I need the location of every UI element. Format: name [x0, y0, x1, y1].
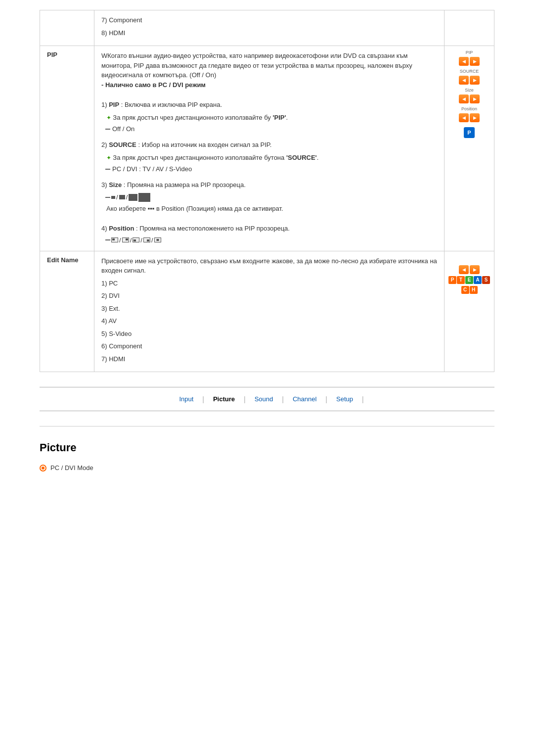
icon-cell-empty [445, 10, 494, 46]
pc-dvi-label: PC / DVI Mode [50, 464, 93, 472]
nav-picture[interactable]: Picture [204, 393, 244, 405]
label-cell-pip: PIP [40, 46, 94, 251]
green-arrow-1: ✦ [106, 114, 113, 121]
edit-name-item-5: 5) S-Video [101, 329, 437, 339]
pip-pc-dvi-note: - Налично само в PC / DVI режим [101, 81, 206, 89]
pc-dvi-item: PC / DVI Mode [40, 464, 494, 472]
green-arrow-2: ✦ [106, 154, 113, 161]
content-cell-pip: WКогато външни аудио-видео устройства, к… [94, 46, 445, 251]
edit-name-item-1: 1) PC [101, 279, 437, 288]
size-icon-group: Size ◀ ▶ [459, 88, 480, 103]
source-quote: 'SOURCE' [286, 154, 317, 161]
pip-right-btn[interactable]: ▶ [470, 57, 480, 66]
size-icon-sm [111, 196, 115, 199]
size-icon-md [119, 195, 125, 199]
pip-item-2-dash: PC / DVI : TV / AV / S-Video [105, 165, 437, 173]
position-left-btn[interactable]: ◀ [459, 113, 469, 122]
pos-tr [122, 237, 129, 242]
table-row-component-hdmi: 7) Component 8) HDMI [40, 10, 494, 46]
dash-line-4 [105, 239, 110, 240]
content-cell-edit-name: Присвоете име на устройството, свързано … [94, 251, 445, 372]
main-table: 7) Component 8) HDMI PIP WКогато външни … [40, 10, 494, 372]
edit-name-intro: Присвоете име на устройството, свързано … [101, 256, 437, 276]
position-right-btn[interactable]: ▶ [470, 113, 480, 122]
icon-cell-edit-name: ◀ ▶ P T E A S C H [445, 251, 494, 372]
pteas-a: A [474, 276, 482, 284]
nav-input[interactable]: Input [170, 393, 202, 405]
dash-line-3 [105, 197, 110, 198]
hdmi-line: 8) HDMI [101, 28, 437, 38]
pteas-t: T [457, 276, 465, 284]
pip-item-3: 3) Size : Промяна на размера на PIP проз… [101, 180, 437, 190]
pip-item-2-num: 2) [101, 141, 109, 148]
position-arrow-btns[interactable]: ◀ ▶ [459, 113, 480, 122]
pip-item-1-num: 1) [101, 101, 109, 108]
pip-item-1-sub: ✦ За пряк достъп чрез дистанционното изп… [106, 113, 437, 123]
pip-icon-group: PIP ◀ ▶ [459, 50, 480, 66]
size-icons-row: / / [105, 193, 437, 202]
size-sep-1: / [116, 193, 118, 201]
picture-section: Picture PC / DVI Mode [40, 441, 494, 472]
nav-sep-5: | [362, 395, 364, 403]
pip-item-3-note: Ако изберете ▪▪▪ в Position (Позиция) ня… [106, 204, 437, 214]
size-arrow-btns[interactable]: ◀ ▶ [459, 94, 480, 103]
component-line: 7) Component [101, 15, 437, 25]
position-icon-label: Position [461, 106, 477, 111]
radio-icon-pc-dvi[interactable] [40, 465, 46, 472]
pip-item-4: 4) Position : Промяна на местоположениет… [101, 224, 437, 234]
source-arrow-btns[interactable]: ◀ ▶ [459, 76, 480, 85]
edit-name-right-btn[interactable]: ▶ [470, 265, 480, 274]
pip-icons-container: PIP ◀ ▶ SOURCE ◀ ▶ [448, 50, 490, 138]
table-row-pip: PIP WКогато външни аудио-видео устройств… [40, 46, 494, 251]
position-icon-group: Position ◀ ▶ [459, 106, 480, 122]
ch-h: H [470, 286, 478, 294]
nav-sound[interactable]: Sound [246, 393, 282, 405]
pos-sep-4: / [151, 236, 153, 244]
pip-item-2: 2) SOURCE : Избор на източник на входен … [101, 140, 437, 150]
section-title-picture: Picture [40, 441, 494, 454]
pip-item-2-text: : Избор на източник на входен сигнал за … [136, 141, 272, 148]
dash-line-2 [105, 169, 110, 170]
pip-item-1-text: : Включва и изключва PIP екрана. [119, 101, 222, 108]
divider-line [40, 426, 494, 426]
edit-name-left-btn[interactable]: ◀ [459, 265, 469, 274]
pip-item-1-bold: PIP [109, 101, 119, 108]
size-right-btn[interactable]: ▶ [470, 94, 480, 103]
pos-br [143, 237, 150, 242]
nav-setup[interactable]: Setup [327, 393, 362, 405]
pip-item-4-num: 4) [101, 225, 109, 232]
pip-item-3-bold: Size [109, 181, 122, 189]
source-icon-label: SOURCE [460, 69, 479, 74]
size-icon-label: Size [465, 88, 474, 93]
nav-bar: Input | Picture | Sound | Channel | Setu… [40, 387, 494, 411]
nav-channel[interactable]: Channel [284, 393, 325, 405]
pteas-p: P [448, 276, 456, 284]
label-cell-edit-name: Edit Name [40, 251, 94, 372]
pip-item-2-sub: ✦ За пряк достъп чрез дистанционното изп… [106, 153, 437, 163]
pip-left-btn[interactable]: ◀ [459, 57, 469, 66]
size-sep-2: / [126, 193, 128, 201]
pos-icons-row: / / / / [105, 236, 437, 244]
pip-arrow-btns[interactable]: ◀ ▶ [459, 57, 480, 66]
p-button[interactable]: P [464, 127, 475, 138]
source-right-btn[interactable]: ▶ [470, 76, 480, 85]
pip-item-4-text: : Промяна на местоположението на PIP про… [134, 225, 289, 232]
size-icon-lg [129, 194, 137, 201]
size-left-btn[interactable]: ◀ [459, 94, 469, 103]
pip-item-3-num: 3) [101, 181, 109, 189]
ch-row: C H [461, 286, 478, 294]
source-left-btn[interactable]: ◀ [459, 76, 469, 85]
pos-center [154, 237, 161, 242]
pip-quote: 'PIP' [272, 114, 286, 121]
pip-icon-label: PIP [466, 50, 473, 55]
pip-item-3-text: : Промяна на размера на PIP прозореца. [122, 181, 246, 189]
edit-name-item-3: 3) Ext. [101, 304, 437, 314]
edit-name-arrow-btns[interactable]: ◀ ▶ [459, 265, 480, 274]
edit-name-item-4: 4) AV [101, 316, 437, 326]
size-icon-xlg [138, 193, 150, 202]
page-wrapper: 7) Component 8) HDMI PIP WКогато външни … [0, 0, 534, 481]
source-icon-group: SOURCE ◀ ▶ [459, 69, 480, 85]
dash-line-1 [105, 129, 110, 130]
icon-cell-pip: PIP ◀ ▶ SOURCE ◀ ▶ [445, 46, 494, 251]
pos-bl [133, 237, 139, 242]
